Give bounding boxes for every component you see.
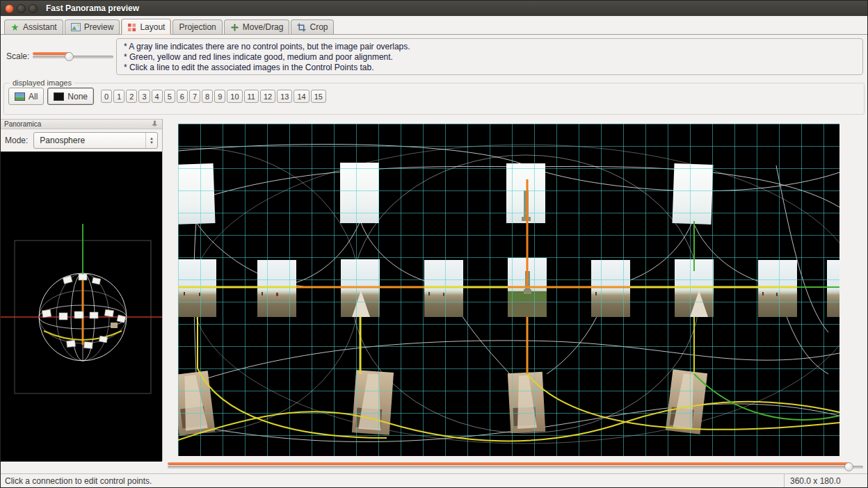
move-drag-icon xyxy=(230,23,239,32)
pin-icon[interactable] xyxy=(151,120,159,128)
scale-slider-thumb[interactable] xyxy=(65,52,74,61)
help-line: * Green, yellow and red lines indicate g… xyxy=(124,52,855,63)
image-number-button-8[interactable]: 8 xyxy=(202,90,213,103)
none-button[interactable]: None xyxy=(47,88,94,105)
maximize-button[interactable] xyxy=(29,4,38,13)
pano-dimensions: 360.0 x 180.0 xyxy=(784,474,867,488)
image-number-button-10[interactable]: 10 xyxy=(227,90,242,103)
scale-label: Scale: xyxy=(6,51,29,61)
mode-label: Mode: xyxy=(5,136,28,145)
hscroll-fill xyxy=(168,462,849,465)
all-images-icon xyxy=(15,92,25,101)
all-button-label: All xyxy=(29,92,38,101)
image-number-button-11[interactable]: 11 xyxy=(244,90,259,103)
side-panel-title: Panoramica xyxy=(4,120,41,128)
window-title: Fast Panorama preview xyxy=(46,3,139,13)
displayed-images-group: displayed images All None 01234567891011… xyxy=(3,79,865,115)
status-message: Click a connection to edit control point… xyxy=(1,476,152,486)
help-box: * A gray line indicates there are no con… xyxy=(116,38,863,75)
side-panel-header[interactable]: Panoramica xyxy=(1,120,162,129)
horizontal-scrollbar[interactable] xyxy=(168,462,863,472)
none-button-label: None xyxy=(67,92,88,101)
tab-assistant[interactable]: Assistant xyxy=(4,19,63,34)
hscroll-thumb[interactable] xyxy=(844,462,853,471)
middle-row-tiles xyxy=(178,258,839,317)
image-number-button-14[interactable]: 14 xyxy=(294,90,309,103)
tab-label: Crop xyxy=(310,22,328,32)
image-number-button-6[interactable]: 6 xyxy=(177,90,188,103)
minimize-button[interactable] xyxy=(17,4,26,13)
image-number-buttons: 0123456789101112131415 xyxy=(101,90,326,103)
assistant-icon xyxy=(10,23,19,32)
tab-move-drag[interactable]: Move/Drag xyxy=(224,19,290,34)
layout-icon xyxy=(127,23,136,32)
tab-crop[interactable]: Crop xyxy=(291,19,334,34)
mode-combobox[interactable]: Panosphere ▲ ▼ xyxy=(33,132,158,149)
crop-icon xyxy=(297,23,306,32)
image-number-button-15[interactable]: 15 xyxy=(311,90,326,103)
tab-projection[interactable]: Projection xyxy=(172,19,222,34)
tab-preview[interactable]: Preview xyxy=(65,19,120,34)
side-panel: Panoramica Mode: Panosphere ▲ ▼ xyxy=(1,119,163,461)
image-number-button-4[interactable]: 4 xyxy=(152,90,163,103)
tab-label: Projection xyxy=(179,22,216,32)
tab-bar: Assistant Preview Layout Projection Move… xyxy=(1,16,867,35)
layout-canvas[interactable] xyxy=(178,124,839,456)
tab-label: Layout xyxy=(140,22,165,32)
image-number-button-3[interactable]: 3 xyxy=(138,90,150,103)
canvas-images-layer xyxy=(178,124,839,456)
app-window: Fast Panorama preview Assistant Preview … xyxy=(0,0,868,488)
scale-slider[interactable] xyxy=(33,52,113,61)
image-number-button-13[interactable]: 13 xyxy=(277,90,292,103)
panosphere-preview[interactable] xyxy=(1,152,162,462)
image-number-button-12[interactable]: 12 xyxy=(260,90,275,103)
image-number-button-0[interactable]: 0 xyxy=(101,90,112,103)
image-number-button-5[interactable]: 5 xyxy=(164,90,175,103)
none-images-icon xyxy=(54,92,64,101)
bottom-row-tiles xyxy=(178,369,707,436)
combobox-spinner-icon[interactable]: ▲ ▼ xyxy=(145,133,157,148)
tab-label: Preview xyxy=(84,22,114,32)
tab-layout[interactable]: Layout xyxy=(121,19,171,35)
close-button[interactable] xyxy=(5,4,14,13)
image-number-button-1[interactable]: 1 xyxy=(113,90,124,103)
all-button[interactable]: All xyxy=(8,88,44,105)
tab-label: Assistant xyxy=(23,22,57,32)
mode-combobox-value: Panosphere xyxy=(40,136,85,145)
displayed-images-label: displayed images xyxy=(10,79,74,87)
image-number-button-2[interactable]: 2 xyxy=(126,90,137,103)
scale-slider-fill xyxy=(33,52,70,55)
image-number-button-7[interactable]: 7 xyxy=(189,90,200,103)
preview-icon xyxy=(71,23,81,31)
titlebar[interactable]: Fast Panorama preview xyxy=(1,1,867,16)
horizontal-scrollbar-track[interactable] xyxy=(168,466,863,469)
tab-label: Move/Drag xyxy=(243,22,284,32)
status-bar: Click a connection to edit control point… xyxy=(1,473,867,488)
spinner-down-icon[interactable]: ▼ xyxy=(150,140,154,145)
help-line: * Click a line to edit the associated im… xyxy=(124,63,855,73)
image-number-button-9[interactable]: 9 xyxy=(214,90,225,103)
help-line: * A gray line indicates there are no con… xyxy=(124,42,855,52)
top-row-tiles xyxy=(178,163,713,225)
